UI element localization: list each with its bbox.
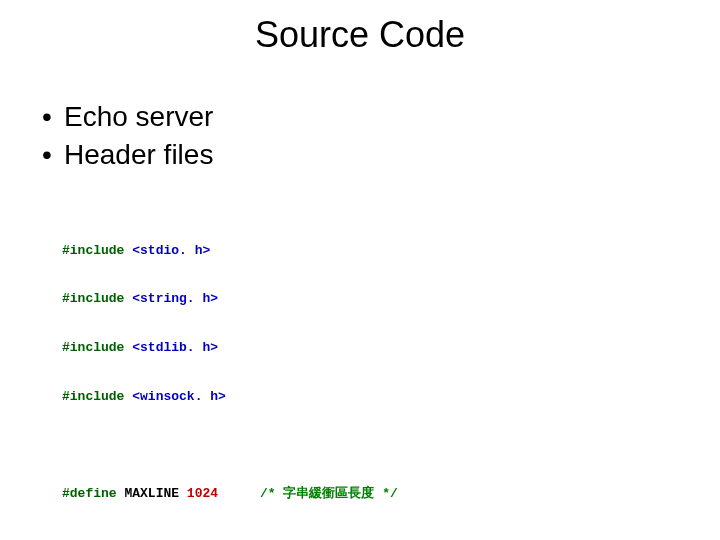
preproc-directive: #include [62,243,124,258]
preproc-directive: #include [62,389,124,404]
bullet-text: Header files [64,136,213,174]
code-line: #include <winsock. h> [62,389,398,405]
include-header: <stdio. h> [132,243,210,258]
macro-name: MAXLINE [124,486,179,501]
bullet-list: • Echo server • Header files [42,98,213,174]
include-header: <stdlib. h> [132,340,218,355]
code-line: #include <string. h> [62,291,398,307]
preproc-directive: #define [62,486,117,501]
bullet-text: Echo server [64,98,213,136]
code-line: #include <stdio. h> [62,243,398,259]
code-block: #include <stdio. h> #include <string. h>… [62,210,398,535]
bullet-dot: • [42,136,64,174]
slide: Source Code • Echo server • Header files… [0,0,720,540]
blank-line [62,438,398,454]
macro-value: 1024 [187,486,218,501]
code-comment: /* 字串緩衝區長度 */ [260,486,398,501]
include-header: <winsock. h> [132,389,226,404]
preproc-directive: #include [62,340,124,355]
code-line: #include <stdlib. h> [62,340,398,356]
code-line: #define MAXLINE 1024/* 字串緩衝區長度 */ [62,486,398,502]
include-header: <string. h> [132,291,218,306]
bullet-dot: • [42,98,64,136]
list-item: • Header files [42,136,213,174]
page-title: Source Code [0,14,720,56]
list-item: • Echo server [42,98,213,136]
preproc-directive: #include [62,291,124,306]
